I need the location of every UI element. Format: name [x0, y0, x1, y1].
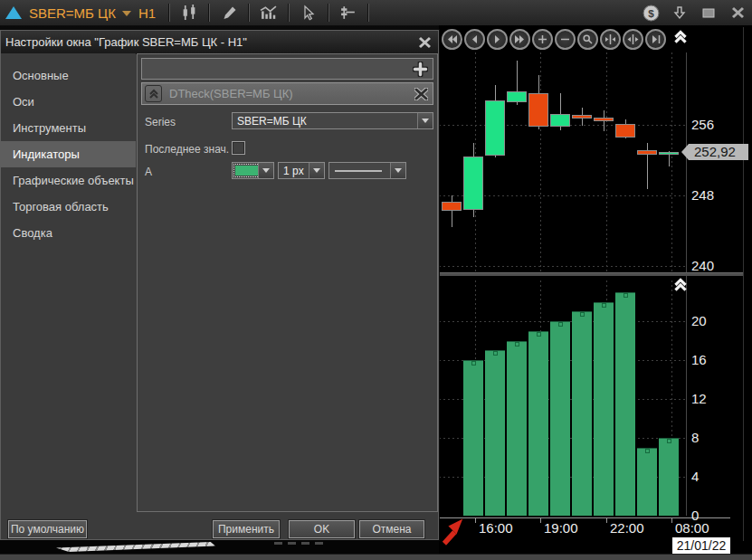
candle-body	[463, 157, 483, 210]
zoom-out-button[interactable]	[555, 29, 576, 50]
collapse-volume-pane-chevron-icon[interactable]	[673, 278, 688, 292]
volume-bar	[615, 292, 635, 516]
obscured-window-remnant	[56, 542, 215, 552]
close-window-icon	[730, 5, 746, 20]
add-indicator-button[interactable]	[410, 60, 430, 78]
step-back-button[interactable]	[464, 29, 485, 50]
restore-window-button[interactable]	[698, 2, 719, 24]
sidebar-item-инструменты[interactable]: Инструменты	[1, 115, 136, 141]
chart-toolbar	[439, 25, 752, 52]
ok-button[interactable]: OK	[289, 520, 355, 538]
line-width-dropdown[interactable]: 1 px	[278, 162, 325, 179]
line-color-dropdown[interactable]	[232, 162, 274, 179]
collapse-indicator-button[interactable]	[145, 85, 162, 102]
volume-bar-marker	[558, 322, 563, 327]
close-icon	[418, 36, 432, 49]
last-value-checkbox[interactable]	[232, 141, 245, 155]
cancel-button[interactable]: Отмена	[359, 520, 424, 538]
dropdown-arrow-icon	[390, 163, 405, 178]
step-forward-button[interactable]	[487, 29, 508, 50]
fast-rewind-button[interactable]	[442, 29, 462, 50]
close-window-button[interactable]	[727, 2, 748, 24]
toolbar-separator	[208, 4, 210, 22]
default-button[interactable]: По умолчанию	[8, 520, 87, 538]
candle-body	[659, 152, 679, 155]
volume-bar-marker	[471, 361, 476, 365]
dialog-titlebar[interactable]: Настройки окна "График SBER=МБ ЦК - H1"	[1, 31, 438, 54]
cursor-button[interactable]	[295, 2, 322, 24]
instrument-selector[interactable]: SBER=МБ ЦК	[29, 5, 137, 21]
candle-body	[442, 202, 462, 211]
time-axis-label: 16:00	[479, 520, 513, 536]
sidebar-item-сводка[interactable]: Сводка	[1, 220, 136, 246]
line-style-sample	[335, 170, 382, 172]
right-strip-line	[743, 27, 744, 541]
shrink-spacing-button[interactable]	[600, 29, 621, 50]
sidebar-item-торговая-область[interactable]: Торговая область	[1, 194, 136, 220]
volume-bar-marker	[623, 293, 628, 298]
candle-body	[594, 118, 614, 121]
line-color-swatch	[235, 166, 258, 176]
series-dropdown[interactable]: SBER=МБ ЦК	[232, 112, 433, 129]
screen: SBER=МБ ЦК H1	[0, 0, 752, 560]
draw-button[interactable]	[215, 2, 243, 24]
download-arrow-icon	[672, 5, 687, 21]
sidebar-item-оси[interactable]: Оси	[1, 89, 136, 115]
step-forward-icon	[491, 33, 503, 45]
currency-button[interactable]: $	[640, 2, 662, 24]
zoom-region-button[interactable]	[577, 29, 598, 50]
current-price-tag: 252,92	[689, 144, 748, 160]
line-style-dropdown[interactable]	[328, 162, 406, 179]
dropdown-arrow-icon	[258, 163, 273, 178]
download-button[interactable]	[669, 2, 690, 24]
candle-wick	[452, 195, 452, 227]
zoom-in-button[interactable]	[532, 29, 553, 50]
indicator-add-row	[141, 58, 433, 80]
apply-button[interactable]: Применить	[213, 520, 280, 538]
volume-bar	[528, 331, 548, 516]
gridline-vertical	[606, 52, 607, 271]
sidebar-item-индикаторы[interactable]: Индикаторы	[1, 141, 136, 167]
candlestick-chart-button[interactable]	[176, 2, 203, 24]
sidebar-item-графические-объекты[interactable]: Графические объекты	[1, 167, 136, 194]
fast-forward-icon	[514, 33, 526, 45]
dropdown-arrow-icon	[309, 163, 324, 178]
timeframe-label[interactable]: H1	[138, 5, 156, 21]
zoom-in-icon	[537, 33, 548, 45]
candle-body	[637, 150, 657, 155]
red-arrow-cursor	[440, 515, 465, 546]
toolbar-separator	[328, 4, 329, 22]
volume-pane	[439, 280, 686, 516]
step-back-icon	[469, 33, 481, 45]
pencil-draw-icon	[221, 5, 238, 21]
fast-forward-button[interactable]	[509, 29, 530, 50]
volume-bar	[572, 311, 592, 516]
stretch-spacing-button[interactable]	[623, 29, 643, 50]
time-axis-tick	[671, 517, 672, 523]
toolbar-separator	[288, 4, 290, 22]
candlestick-chart-icon	[180, 5, 198, 21]
volume-axis-label: 20	[691, 313, 707, 328]
volume-bar	[659, 438, 679, 516]
date-label: 21/01/22	[672, 537, 730, 554]
price-axis-label: 248	[691, 187, 714, 203]
levels-button[interactable]	[335, 2, 362, 24]
indicator-settings-panel: DTheck(SBER=МБ ЦК) Series SBER=МБ ЦК Пос…	[137, 53, 438, 512]
window-bottom-edge	[0, 554, 752, 560]
app-toolbar: SBER=МБ ЦК H1	[0, 0, 752, 26]
dialog-close-button[interactable]	[416, 34, 433, 51]
volume-bar	[594, 302, 614, 516]
collapse-pane-chevron-icon[interactable]	[673, 30, 688, 44]
remove-indicator-button[interactable]	[414, 88, 428, 100]
sidebar-item-основные[interactable]: Основные	[1, 62, 136, 89]
volume-bar-marker	[667, 439, 671, 443]
gridline-vertical	[540, 52, 541, 271]
line-width-value: 1 px	[279, 165, 309, 177]
last-value-label: Последнее знач.	[145, 143, 229, 156]
jump-to-end-button[interactable]	[645, 29, 666, 50]
shrink-spacing-icon	[604, 33, 616, 45]
candle-pane	[439, 52, 686, 271]
obscured-window-strip	[0, 540, 439, 554]
volume-axis-label: 12	[691, 391, 707, 406]
indicator-button[interactable]	[255, 2, 282, 24]
